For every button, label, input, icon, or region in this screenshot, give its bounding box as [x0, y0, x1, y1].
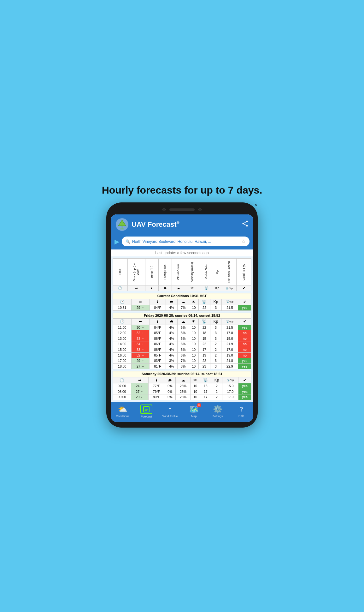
settings-icon: ⚙️ — [213, 405, 222, 414]
icon-cloud: ☁ — [172, 285, 185, 291]
th-visibility: Visibility (miles) — [185, 259, 200, 285]
nav-item-help[interactable]: ? Help — [232, 405, 251, 417]
current-time: 10:31 — [113, 305, 132, 311]
search-bar-row: ▶ 🔍 North Vineyard Boulevard, Honolulu, … — [111, 235, 253, 249]
wind-profile-icon: ↑ — [168, 405, 172, 414]
current-cloud: 7% — [177, 305, 189, 311]
icon-est-sats: 📡*Kp — [222, 285, 237, 291]
th-gusts: Gusts (mph) at 200ft — [127, 259, 145, 285]
current-precip: 4% — [166, 305, 177, 311]
current-kp: 3 — [210, 305, 221, 311]
icon-temp: 🌡 — [145, 285, 158, 291]
current-est-sats: 21.5 — [221, 305, 238, 311]
app-logo — [115, 218, 129, 231]
friday-row-2: 13:00 33 ← 86°F 4% 6% 10 15 3 15.0 no — [113, 336, 251, 341]
friday-row-1: 12:00 32 ← 85°F 4% 5% 10 18 3 17.8 no — [113, 330, 251, 336]
icon-time: 🕐 — [113, 285, 128, 291]
nav-label-conditions: Conditions — [116, 415, 129, 418]
app-header: UAV Forecast® — [111, 214, 253, 235]
nav-item-conditions[interactable]: ⛅ Conditions — [113, 405, 132, 418]
page-wrapper: Hourly forecasts for up to 7 days. — [91, 184, 273, 427]
icon-precip: 🌧 — [158, 285, 172, 291]
friday-row-5: 16:00 32 ← 85°F 4% 6% 10 19 2 19.0 no — [113, 352, 251, 358]
nav-label-help: Help — [238, 414, 244, 417]
icon-sats: 📡 — [200, 285, 213, 291]
camera-dot-left — [162, 208, 166, 211]
saturday-section: Saturday 2020-08-29: sunrise 06:14, suns… — [113, 371, 251, 400]
th-good-to-fly: Good To Fly? ✕ — [237, 259, 251, 285]
bottom-nav: ⛅ Conditions Forecast ↑ — [111, 402, 253, 422]
saturday-row-0: 07:00 24 ← 77°F 0% 25% 10 15 2 15.0 yes — [113, 383, 251, 389]
friday-row-4: 15:00 33 ← 86°F 4% 6% 10 17 2 17.0 no — [113, 347, 251, 352]
th-cloud: Cloud Cover — [172, 259, 185, 285]
nav-label-settings: Settings — [213, 415, 223, 418]
app-title: UAV Forecast® — [132, 220, 179, 229]
friday-row-0: 11:00 30 ← 84°F 4% 6% 10 22 3 21.5 yes — [113, 325, 251, 330]
main-header-section: Time Gusts (mph) at 200ft Temp (°F) Prec… — [113, 258, 251, 291]
th-est-sats: Est. Sats Locked — [222, 259, 237, 285]
friday-section: Friday 2020-08-28: sunrise 06:14, sunset… — [113, 313, 251, 369]
current-sats: 22 — [199, 305, 210, 311]
phone-screen: UAV Forecast® ▶ 🔍 — [111, 214, 253, 422]
friday-row-7: 18:00 27 ← 81°F 4% 8% 10 23 3 22.9 yes — [113, 363, 251, 369]
th-sats: Visible Sats — [200, 259, 213, 285]
nav-item-wind-profile[interactable]: ↑ Wind Profile — [161, 405, 179, 418]
th-precip: Precip Prob — [158, 259, 172, 285]
conditions-icon: ⛅ — [118, 405, 127, 414]
map-icon: 🗺️ 3 — [189, 405, 199, 414]
scrollable-content[interactable]: Time Gusts (mph) at 200ft Temp (°F) Prec… — [111, 256, 253, 402]
share-icon[interactable] — [241, 220, 249, 229]
nav-label-wind-profile: Wind Profile — [162, 415, 178, 418]
header-left: UAV Forecast® — [115, 218, 179, 231]
current-conditions-header: Current Conditions 10:31 HST — [113, 293, 251, 299]
forecast-icon — [140, 405, 152, 414]
saturday-icon-row: 🕐➡🌡🌧☁👁📡Kp📡*Kp✔ — [113, 377, 251, 383]
icon-good: ✔ — [237, 285, 251, 291]
current-gusts: 29 ← — [132, 305, 150, 311]
phone-device: UAV Forecast® ▶ 🔍 — [106, 202, 258, 427]
icon-wind: ➡ — [127, 285, 145, 291]
search-input-wrap[interactable]: 🔍 North Vineyard Boulevard, Honolulu, Ha… — [122, 237, 250, 246]
nav-label-map: Map — [191, 415, 197, 418]
headline: Hourly forecasts for up to 7 days. — [99, 184, 266, 196]
star-icon[interactable]: ☆ — [241, 238, 246, 244]
th-time: Time — [113, 259, 128, 285]
location-icon[interactable]: ▶ — [114, 238, 119, 245]
saturday-row-1: 08:00 27 ← 79°F 0% 25% 10 17 2 17.0 yes — [113, 389, 251, 394]
svg-line-8 — [243, 224, 247, 226]
map-badge: 3 — [197, 403, 201, 407]
icon-kp: Kp — [213, 285, 222, 291]
svg-line-7 — [243, 221, 247, 224]
nav-label-forecast: Forecast — [141, 415, 152, 418]
th-temp: Temp (°F) — [145, 259, 158, 285]
current-data-row: 10:31 29 ← 84°F 4% 7% 10 22 3 21.5 yes — [113, 305, 251, 311]
nav-item-forecast[interactable]: Forecast — [137, 405, 156, 418]
help-icon: ? — [240, 405, 243, 413]
th-kp: Kp — [213, 259, 222, 285]
camera-dot-right — [198, 208, 202, 211]
speaker-bar — [169, 208, 195, 211]
friday-header: Friday 2020-08-28: sunrise 06:14, sunset… — [113, 313, 251, 319]
friday-row-3: 14:00 34 ← 86°F 4% 6% 10 22 2 21.9 no — [113, 341, 251, 347]
current-visibility: 10 — [189, 305, 198, 311]
saturday-row-2: 09:00 29 ← 80°F 0% 25% 10 17 2 17.0 yes — [113, 394, 251, 400]
saturday-header: Saturday 2020-08-29: sunrise 06:14, suns… — [113, 371, 251, 377]
current-conditions-section: Current Conditions 10:31 HST 🕐➡🌡🌧☁👁📡Kp📡*… — [113, 293, 251, 311]
friday-icon-row: 🕐➡🌡🌧☁👁📡Kp📡*Kp✔ — [113, 319, 251, 325]
search-text: North Vineyard Boulevard, Honolulu, Hawa… — [132, 239, 239, 244]
current-temp: 84°F — [150, 305, 166, 311]
header-icons-row: 🕐 ➡ 🌡 🌧 ☁ 👁 📡 Kp 📡*Kp ✔ — [113, 285, 251, 291]
friday-row-6: 17:00 29 ← 83°F 3% 7% 10 22 3 21.8 yes — [113, 358, 251, 364]
current-good: yes — [238, 305, 251, 311]
last-update: Last update: a few seconds ago — [111, 249, 253, 256]
nav-item-map[interactable]: 🗺️ 3 Map — [185, 405, 203, 418]
icon-visibility: 👁 — [185, 285, 200, 291]
notch-area — [111, 208, 253, 211]
current-icon-row: 🕐➡🌡🌧☁👁📡Kp📡*Kp✔ — [113, 299, 251, 305]
nav-item-settings[interactable]: ⚙️ Settings — [208, 405, 227, 418]
